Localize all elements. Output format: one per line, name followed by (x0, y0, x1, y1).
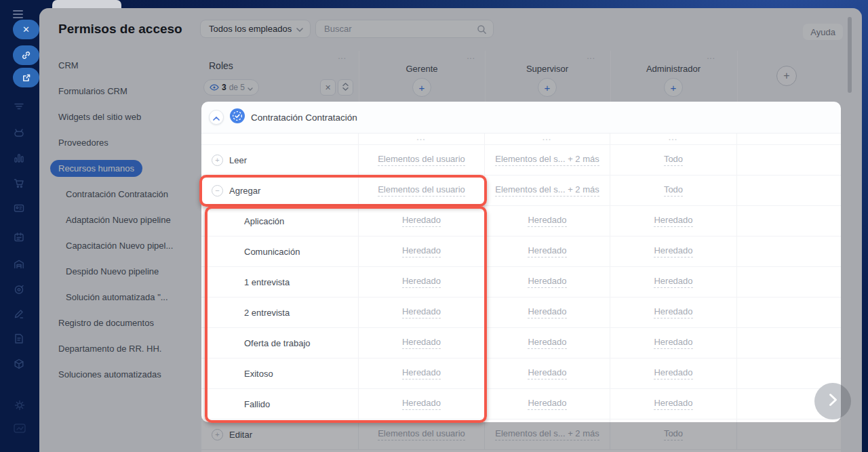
sidebar-item-soluciones-automatizadas[interactable]: Soluciones automatizadas (39, 361, 197, 387)
chevron-up-icon (213, 111, 220, 123)
permission-value[interactable]: Heredado (402, 337, 441, 349)
document-edit-icon[interactable] (12, 332, 26, 346)
visible-of: de 5 (229, 83, 245, 92)
permission-value[interactable]: Heredado (528, 398, 566, 410)
permission-value[interactable]: Elementos del usuario (378, 184, 465, 197)
warehouse-icon[interactable] (12, 258, 26, 271)
search-icon (477, 24, 487, 37)
column-separator (485, 51, 486, 102)
search-field[interactable] (315, 20, 494, 38)
calendar-icon[interactable] (12, 230, 26, 244)
scroll-right-button[interactable] (814, 383, 851, 419)
add-member-administrador-button[interactable]: + (664, 78, 683, 97)
add-member-supervisor-button[interactable]: + (538, 78, 557, 97)
permission-value[interactable]: Heredado (402, 215, 441, 227)
permission-label: Editar (229, 430, 252, 440)
sidebar-item-solucion-automatizada[interactable]: Solución automatizada "... (39, 284, 197, 310)
permission-value[interactable]: Elementos del usuario (378, 428, 465, 440)
collapse-all-button[interactable]: ✕ (320, 79, 336, 96)
sidebar-item-crm[interactable]: CRM (39, 52, 197, 78)
permission-value[interactable]: Heredado (528, 306, 566, 319)
roles-column-menu[interactable]: ••• (338, 56, 347, 60)
left-rail: ✕ (0, 0, 39, 452)
permission-value[interactable]: Heredado (528, 215, 566, 227)
supervisor-column-menu[interactable]: ••• (587, 56, 595, 60)
permission-value[interactable]: Elementos del usuario (378, 154, 465, 166)
permission-value[interactable]: Todo (664, 184, 683, 197)
section-collapse-button[interactable] (209, 110, 224, 125)
sign-pen-icon[interactable] (12, 307, 26, 321)
expand-all-button[interactable] (338, 79, 353, 96)
sidebar-item-contratacion[interactable]: Contratación Contratación (39, 181, 197, 207)
table-row-leer: +Leer Elementos del usuario Elementos de… (201, 145, 841, 176)
marketing-target-icon[interactable] (12, 283, 26, 296)
permission-value[interactable]: Heredado (402, 245, 441, 258)
inventory-cube-icon[interactable] (12, 357, 26, 371)
add-member-gerente-button[interactable]: + (412, 78, 431, 97)
administrador-column-menu[interactable]: ••• (707, 56, 715, 60)
expand-row-icon[interactable]: + (212, 155, 223, 166)
permission-value[interactable]: Heredado (402, 276, 441, 288)
permission-label: Leer (229, 155, 247, 165)
permission-value[interactable]: Elementos del s... + 2 más (495, 184, 599, 197)
help-button[interactable]: Ayuda (803, 24, 843, 40)
column-title-supervisor: Supervisor (526, 64, 568, 74)
table-row-comunicacion: Comunicación Heredado Heredado Heredado (201, 237, 841, 267)
sidebar-item-departamento-rrhh[interactable]: Departamento de RR. HH. (39, 335, 197, 361)
permission-value[interactable]: Heredado (654, 245, 692, 258)
sidebar-item-widgets[interactable]: Widgets del sitio web (39, 104, 197, 129)
add-role-button[interactable]: + (776, 66, 797, 86)
permission-value[interactable]: Heredado (654, 398, 692, 410)
sidebar-item-adaptacion[interactable]: Adaptación Nuevo pipeline (39, 207, 197, 232)
permission-value[interactable]: Heredado (654, 337, 692, 349)
column-options-band: ••• ••• ••• (201, 133, 841, 145)
chatbot-icon[interactable] (12, 126, 26, 140)
sidebar-item-registro-documentos[interactable]: Registro de documentos (39, 310, 197, 335)
roles-column-title: Roles (209, 60, 233, 71)
expand-row-icon[interactable]: + (212, 429, 223, 440)
sidebar-item-recursos-humanos[interactable]: Recursos humanos (39, 155, 197, 181)
permission-value[interactable]: Heredado (654, 215, 692, 227)
contact-card-icon[interactable] (12, 201, 26, 215)
scrollbar[interactable] (848, 17, 852, 93)
crm-forms-icon[interactable] (12, 100, 26, 113)
employee-filter-dropdown[interactable]: Todos los empleados (200, 20, 311, 38)
permission-value[interactable]: Elementos del s... + 2 más (495, 154, 599, 166)
sidebar-item-capacitacion[interactable]: Capacitación Nuevo pipel... (39, 232, 197, 258)
permission-value[interactable]: Heredado (528, 245, 566, 258)
analytics-icon[interactable] (12, 151, 26, 165)
table-row-agregar: −Agregar Elementos del usuario Elementos… (201, 176, 841, 206)
sidebar-item-formularios-crm[interactable]: Formularios CRM (39, 78, 197, 104)
gerente-cell-menu: ••• (359, 133, 485, 144)
permission-value[interactable]: Heredado (654, 367, 692, 379)
permission-value[interactable]: Heredado (528, 367, 566, 379)
permission-value[interactable]: Todo (664, 154, 683, 166)
sidebar-item-despido[interactable]: Despido Nuevo pipeline (39, 258, 197, 284)
gerente-column-menu[interactable]: ••• (467, 56, 475, 60)
sidebar-item-proveedores[interactable]: Proveedores (39, 129, 197, 155)
copy-link-button[interactable] (13, 45, 39, 65)
permission-value[interactable]: Heredado (402, 367, 441, 379)
permission-value[interactable]: Heredado (402, 398, 441, 410)
search-input[interactable] (324, 20, 467, 37)
permission-value[interactable]: Heredado (654, 276, 692, 288)
permission-value[interactable]: Heredado (654, 306, 692, 319)
hamburger-menu-icon[interactable] (13, 10, 23, 20)
profile-badge-icon[interactable] (12, 422, 27, 435)
permission-value[interactable]: Todo (664, 428, 683, 440)
close-slider-button[interactable]: ✕ (13, 20, 39, 39)
chevron-right-icon (829, 393, 837, 409)
visible-roles-filter[interactable]: 3 de 5 (203, 79, 259, 96)
permission-value[interactable]: Heredado (402, 306, 441, 319)
permission-value[interactable]: Heredado (528, 337, 566, 349)
link-icon (21, 50, 31, 60)
table-row-exitoso: Exitoso Heredado Heredado Heredado (201, 358, 841, 389)
permission-value[interactable]: Heredado (528, 276, 566, 288)
collapse-row-icon[interactable]: − (212, 185, 223, 197)
open-in-new-window-button[interactable] (13, 68, 39, 87)
settings-gear-icon[interactable] (12, 398, 27, 413)
permission-value[interactable]: Elementos del s... + 2 más (495, 428, 599, 440)
shopping-cart-icon[interactable] (12, 176, 26, 190)
table-row-oferta-de-trabajo: Oferta de trabajo Heredado Heredado Here… (201, 328, 841, 358)
permissions-table: Contratación Contratación ••• ••• ••• +L… (201, 102, 841, 452)
